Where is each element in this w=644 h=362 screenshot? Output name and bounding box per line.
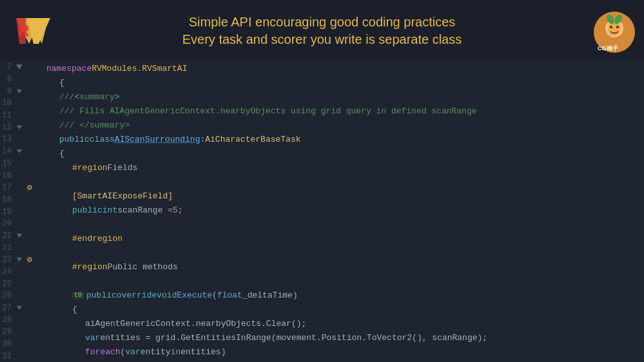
code-line-26: var entities = grid.GetEntitiesInRange(m… bbox=[46, 330, 644, 345]
code-line-19: #endregion bbox=[46, 231, 644, 245]
gutter-row-20: 20 bbox=[0, 218, 44, 230]
gutter-row-8: 8 bbox=[0, 73, 44, 86]
gutter-row-24: 24 bbox=[0, 266, 44, 278]
code-content: namespace RVModules.RVSmartAI { /// <sum… bbox=[44, 61, 644, 362]
logo: R bbox=[13, 12, 52, 50]
gutter-row-31: 31 bbox=[0, 350, 44, 363]
gutter-row-28: 28 bbox=[0, 314, 44, 326]
code-line-22 bbox=[46, 274, 644, 288]
fold-arrow-9[interactable] bbox=[17, 90, 22, 93]
gutter-row-11: 11 bbox=[0, 110, 44, 122]
code-line-16: [SmartAIExposeField] bbox=[46, 189, 644, 203]
svg-text:R: R bbox=[18, 22, 29, 39]
gutter-row-21: 21 bbox=[0, 230, 44, 242]
header-text: Simple API encouraging good coding pract… bbox=[182, 15, 462, 47]
badge-t0: t0 bbox=[72, 292, 84, 299]
code-line-24: { bbox=[46, 302, 644, 316]
settings-icon-23[interactable]: ⚙ bbox=[27, 254, 32, 265]
code-line-11: /// </summary> bbox=[46, 118, 644, 132]
header-line2: Every task and scorer you write is separ… bbox=[182, 32, 462, 47]
gutter-row-17: 17 ⚙ bbox=[0, 182, 44, 194]
fold-arrow-14[interactable] bbox=[17, 149, 22, 153]
code-line-8: { bbox=[46, 75, 644, 90]
code-line-21: #region Public methods bbox=[46, 260, 644, 274]
code-line-9: /// <summary> bbox=[46, 90, 644, 104]
code-line-10: /// Fills AIAgentGenericContext.nearbyOb… bbox=[46, 104, 644, 118]
header: R Simple API encouraging good coding pra… bbox=[0, 0, 644, 61]
gutter-row-13: 13 bbox=[0, 133, 44, 146]
gutter-row-15: 15 bbox=[0, 158, 44, 170]
gutter-row-16: 16 bbox=[0, 169, 44, 182]
code-line-13: { bbox=[46, 146, 644, 160]
svg-point-8 bbox=[616, 26, 619, 28]
gutter-row-10: 10 bbox=[0, 97, 44, 110]
gutter-row-9: 9 bbox=[0, 85, 44, 97]
code-line-18 bbox=[46, 217, 644, 231]
gutter-row-27: 27 bbox=[0, 302, 44, 314]
fold-arrow-12[interactable] bbox=[17, 126, 22, 129]
code-area: 7 8 9 10 11 12 bbox=[0, 61, 644, 362]
gutter-row-25: 25 bbox=[0, 278, 44, 290]
code-line-7: namespace RVModules.RVSmartAI bbox=[46, 61, 644, 75]
fold-arrow-21[interactable] bbox=[17, 234, 22, 238]
line-number-gutter: 7 8 9 10 11 12 bbox=[0, 61, 44, 362]
gutter-row-29: 29 bbox=[0, 326, 44, 338]
gutter-row-26: 26 bbox=[0, 290, 44, 302]
gutter-row-19: 19 bbox=[0, 205, 44, 218]
code-line-15 bbox=[46, 175, 644, 189]
gutter-row-12: 12 bbox=[0, 121, 44, 133]
header-line1: Simple API encouraging good coding pract… bbox=[182, 15, 462, 30]
settings-icon-17[interactable]: ⚙ bbox=[27, 182, 32, 193]
code-line-20 bbox=[46, 245, 644, 260]
watermark: CG柚子 bbox=[592, 10, 636, 57]
gutter-row-18: 18 bbox=[0, 194, 44, 206]
fold-arrow-7[interactable] bbox=[16, 64, 23, 70]
gutter-row-30: 30 bbox=[0, 338, 44, 350]
code-line-23: t0 public override void Execute(float _d… bbox=[46, 288, 644, 302]
code-line-17: public int scanRange = 5; bbox=[46, 203, 644, 217]
svg-point-7 bbox=[610, 26, 612, 28]
code-line-14: #region Fields bbox=[46, 160, 644, 175]
fold-arrow-23[interactable] bbox=[17, 258, 22, 262]
gutter-row-14: 14 bbox=[0, 146, 44, 158]
code-line-25: aiAgentGenericContext.nearbyObjects.Clea… bbox=[46, 316, 644, 330]
gutter-row-22: 22 bbox=[0, 242, 44, 254]
code-line-12: public class AIScanSurrounding : AiChara… bbox=[46, 132, 644, 146]
svg-text:CG柚子: CG柚子 bbox=[598, 45, 618, 52]
code-line-28: { bbox=[46, 359, 644, 362]
fold-arrow-27[interactable] bbox=[17, 306, 22, 310]
code-line-27: foreach (var entity in entities) bbox=[46, 345, 644, 359]
gutter-row-7: 7 bbox=[0, 61, 44, 73]
gutter-row-23: 23 ⚙ bbox=[0, 254, 44, 266]
